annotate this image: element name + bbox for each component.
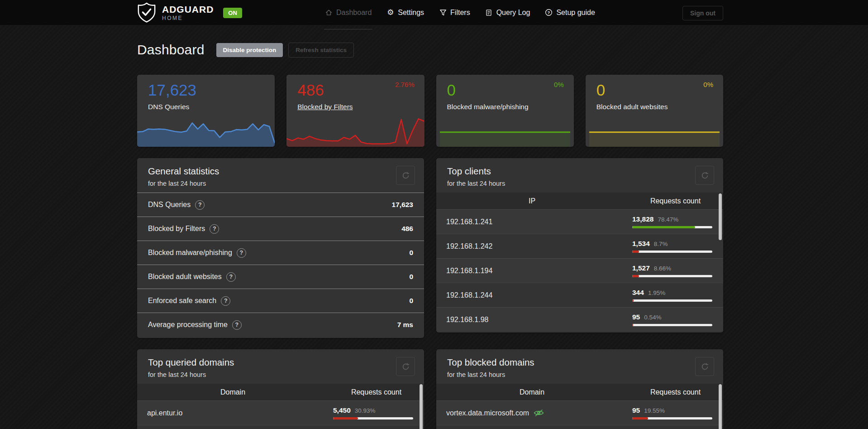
client-ip[interactable]: 192.168.1.98 [436,316,628,324]
card-value: 17,623 [148,81,196,99]
table-row-partial [137,425,424,429]
help-icon[interactable]: ? [237,248,246,258]
column-header-requests: Requests count [628,197,723,205]
refresh-panel-button[interactable] [396,357,415,376]
shield-check-icon [137,2,156,23]
progress-bar [632,417,712,419]
column-header-requests: Requests count [628,388,723,396]
card-value: 486 [297,81,324,99]
stat-label: Enforced safe search [148,297,216,305]
progress-bar [632,299,712,302]
help-icon[interactable]: ? [226,272,236,282]
panel-title: Top queried domains [148,357,413,368]
eye-off-icon [534,409,544,417]
page-header: Dashboard Disable protection Refresh sta… [137,42,354,58]
request-percent: 30.93% [355,407,376,414]
card-label: DNS Queries [148,103,189,111]
disable-protection-button[interactable]: Disable protection [216,43,283,57]
table-row: 192.168.1.244 3441.95% [436,283,723,307]
blocked-domain[interactable]: vortex.data.microsoft.com [446,409,529,417]
progress-bar [333,417,413,419]
stat-label: Blocked malware/phishing [148,249,232,257]
panel-title: Top clients [447,166,712,177]
client-ip[interactable]: 192.168.1.241 [436,218,628,226]
progress-bar [632,324,712,326]
progress-bar [632,251,712,253]
nav-label: Filters [450,9,470,17]
dns-queries-sparkline [137,113,275,147]
table-row: api.entur.io 5,45030.93% [137,400,424,425]
home-icon [325,9,333,16]
request-count: 344 [632,289,644,297]
table-row-partial [436,425,723,429]
nav-item-dashboard[interactable]: Dashboard [325,0,372,25]
stat-value: 486 [401,225,413,233]
gear-icon: ⚙ [386,9,394,16]
card-value: 0 [596,81,605,99]
nav-label: Settings [398,9,424,17]
svg-text:?: ? [548,10,550,15]
card-blocked-adult: 0 Blocked adult websites 0% [586,75,723,147]
page-title: Dashboard [137,42,205,58]
request-percent: 19.55% [644,407,665,414]
table-header: IP Requests count [436,193,723,209]
blocked-malware-sparkline [440,113,570,147]
stat-value: 0 [409,273,413,281]
column-header-ip: IP [436,197,628,205]
request-percent: 8.66% [654,265,671,272]
refresh-panel-button[interactable] [695,357,714,376]
stat-value: 17,623 [392,201,413,209]
nav-item-settings[interactable]: ⚙ Settings [386,0,424,25]
request-percent: 1.95% [648,289,665,296]
stat-row: Blocked adult websites? 0 [137,265,424,289]
table-header: Domain Requests count [137,384,424,400]
help-icon[interactable]: ? [232,320,242,330]
client-ip[interactable]: 192.168.1.242 [436,242,628,251]
refresh-icon [701,171,709,180]
nav-item-filters[interactable]: Filters [439,0,470,25]
top-queried-table: api.entur.io 5,45030.93% [137,400,424,429]
panel-subtitle: for the last 24 hours [447,180,712,187]
stat-value: 0 [409,249,413,257]
blocked-filters-sparkline [286,113,424,147]
table-row: 192.168.1.98 950.54% [436,307,723,332]
sign-out-button[interactable]: Sign out [682,6,723,20]
top-blocked-domains-panel: Top blocked domains for the last 24 hour… [436,349,723,429]
stat-label: Blocked by Filters [148,225,205,233]
table-header: Domain Requests count [436,384,723,400]
scrollbar-thumb[interactable] [719,193,722,240]
general-statistics-rows: DNS Queries? 17,623 Blocked by Filters? … [137,193,424,337]
panel-title: General statistics [148,166,413,177]
panel-subtitle: for the last 24 hours [148,180,413,187]
top-clients-panel: Top clients for the last 24 hours IP Req… [436,158,723,333]
blocked-by-filters-link[interactable]: Blocked by Filters [297,103,353,111]
help-icon[interactable]: ? [210,224,219,234]
nav-item-setup-guide[interactable]: ? Setup guide [545,0,595,25]
scrollbar-thumb[interactable] [420,384,423,429]
panel-title: Top blocked domains [447,357,712,368]
client-ip[interactable]: 192.168.1.244 [436,291,628,299]
help-icon[interactable]: ? [221,296,230,306]
card-label: Blocked adult websites [596,103,668,111]
request-count: 95 [632,313,640,321]
refresh-panel-button[interactable] [695,166,714,185]
nav-item-query-log[interactable]: Query Log [485,0,530,25]
help-icon[interactable]: ? [195,200,205,210]
refresh-statistics-button[interactable]: Refresh statistics [288,43,354,58]
refresh-icon [701,362,709,371]
refresh-panel-button[interactable] [396,166,415,185]
adguard-logo[interactable]: ADGUARD HOME ON [137,2,242,23]
question-circle-icon: ? [545,9,553,16]
stat-row: Blocked malware/phishing? 0 [137,241,424,265]
scrollbar-thumb[interactable] [719,384,722,429]
stat-cards-row: 17,623 DNS Queries 486 Blocked by Filter… [137,75,723,147]
queried-domain[interactable]: api.entur.io [137,409,329,417]
document-icon [485,9,493,16]
blocked-adult-sparkline [589,113,720,147]
top-blocked-table: vortex.data.microsoft.com 9519.55% [436,400,723,429]
column-header-domain: Domain [436,388,628,396]
table-row: vortex.data.microsoft.com 9519.55% [436,400,723,425]
stat-row: Enforced safe search? 0 [137,289,424,313]
client-ip[interactable]: 192.168.1.194 [436,267,628,275]
card-percent: 0% [554,81,564,88]
